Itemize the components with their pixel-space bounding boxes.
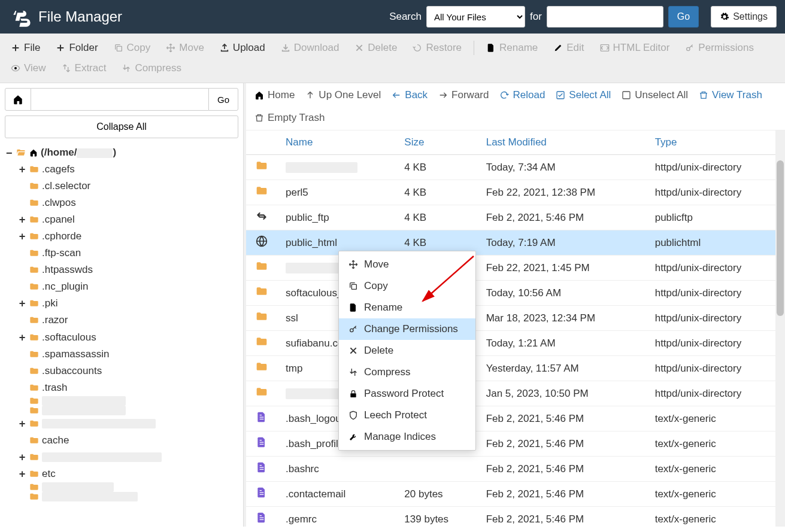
toolbar-plus-button[interactable]: File bbox=[4, 38, 47, 57]
context-menu-leech-protect[interactable]: Leech Protect bbox=[339, 405, 475, 426]
tree-item[interactable] bbox=[18, 406, 238, 415]
tree-item[interactable]: .razor bbox=[18, 312, 238, 329]
file-icon bbox=[254, 487, 269, 498]
scrollbar-thumb[interactable] bbox=[777, 160, 784, 316]
tree-item[interactable]: .clwpos bbox=[18, 194, 238, 211]
collapse-all-button[interactable]: Collapse All bbox=[5, 115, 238, 138]
tree-expand-icon[interactable]: + bbox=[18, 161, 26, 178]
forward-button[interactable]: Forward bbox=[438, 89, 489, 101]
table-row[interactable]: perl54 KBFeb 22, 2021, 12:38 PMhttpd/uni… bbox=[246, 180, 785, 205]
up-one-level-button[interactable]: Up One Level bbox=[305, 89, 381, 101]
context-menu-compress[interactable]: Compress bbox=[339, 361, 475, 383]
table-row[interactable]: Jan 5, 2023, 10:50 PMhttpd/unix-director… bbox=[246, 381, 785, 406]
context-menu-manage-indices[interactable]: Manage Indices bbox=[339, 426, 475, 448]
tree-expand-icon[interactable]: + bbox=[18, 329, 26, 346]
tree-item[interactable]: +.cpanel bbox=[18, 211, 238, 228]
tree-item[interactable]: + bbox=[18, 449, 238, 466]
context-menu-delete[interactable]: Delete bbox=[339, 340, 475, 361]
col-type[interactable]: Type bbox=[647, 130, 785, 155]
tree-root[interactable]: − (/home/) bbox=[5, 144, 238, 161]
context-menu-copy[interactable]: Copy bbox=[339, 275, 475, 297]
tree-expand-icon[interactable]: + bbox=[18, 228, 26, 245]
table-row[interactable]: .contactemail20 bytesFeb 2, 2021, 5:46 P… bbox=[246, 482, 785, 507]
tree-item[interactable]: .spamassassin bbox=[18, 346, 238, 363]
context-menu-rename[interactable]: Rename bbox=[339, 297, 475, 318]
tree-item[interactable]: +.cphorde bbox=[18, 228, 238, 245]
table-row[interactable]: .bash_profileFeb 2, 2021, 5:46 PMtext/x-… bbox=[246, 431, 785, 457]
arrow-right-icon bbox=[438, 90, 448, 100]
file-icon bbox=[254, 436, 269, 448]
path-bar: Go bbox=[5, 88, 238, 111]
context-menu-password-protect[interactable]: Password Protect bbox=[339, 383, 475, 405]
col-modified[interactable]: Last Modified bbox=[478, 130, 647, 155]
context-menu-change-permissions[interactable]: Change Permissions bbox=[339, 318, 475, 340]
table-row[interactable]: .bashrcFeb 2, 2021, 5:46 PMtext/x-generi… bbox=[246, 457, 785, 482]
table-row[interactable]: .gemrc139 bytesFeb 2, 2021, 5:46 PMtext/… bbox=[246, 507, 785, 527]
view-trash-button[interactable]: View Trash bbox=[699, 89, 762, 101]
col-icon[interactable] bbox=[246, 130, 277, 155]
table-row[interactable]: public_html4 KBToday, 7:19 AMpublichtml bbox=[246, 230, 785, 256]
reload-button[interactable]: Reload bbox=[499, 89, 545, 101]
select-all-button[interactable]: Select All bbox=[556, 89, 611, 101]
file-icon bbox=[254, 512, 269, 524]
toolbar-upload-button[interactable]: Upload bbox=[213, 38, 272, 57]
toolbar-plus-button[interactable]: Folder bbox=[49, 38, 105, 57]
tree-item[interactable]: .nc_plugin bbox=[18, 278, 238, 295]
path-input[interactable] bbox=[31, 88, 208, 111]
tree-expand-icon[interactable]: + bbox=[18, 211, 26, 228]
tree-expand-icon[interactable]: + bbox=[18, 449, 26, 466]
search-scope-select[interactable]: All Your Files bbox=[426, 6, 525, 28]
folder-icon bbox=[254, 285, 269, 297]
tree-item[interactable]: +.cagefs bbox=[18, 161, 238, 178]
tree-expand-icon[interactable]: + bbox=[18, 415, 26, 432]
scrollbar[interactable] bbox=[775, 130, 785, 527]
table-row[interactable]: sslMar 18, 2023, 12:34 PMhttpd/unix-dire… bbox=[246, 306, 785, 331]
table-row[interactable]: tmpYesterday, 11:57 AMhttpd/unix-directo… bbox=[246, 356, 785, 381]
empty-trash-button[interactable]: Empty Trash bbox=[254, 112, 325, 124]
tree-item[interactable]: + bbox=[18, 415, 238, 432]
folder-icon bbox=[29, 366, 40, 376]
table-row[interactable]: public_ftp4 KBFeb 2, 2021, 5:46 PMpublic… bbox=[246, 205, 785, 230]
table-row[interactable]: sufiabanu.coToday, 1:21 AMhttpd/unix-dir… bbox=[246, 331, 785, 356]
trash-icon bbox=[699, 90, 708, 100]
tree-expand-icon[interactable]: + bbox=[18, 466, 26, 482]
tree-item[interactable]: .htpasswds bbox=[18, 262, 238, 278]
tree-item[interactable] bbox=[18, 482, 238, 492]
tree-expand-icon[interactable]: + bbox=[18, 295, 26, 312]
tree-collapse-icon[interactable]: − bbox=[5, 144, 13, 161]
tree-item[interactable]: .trash bbox=[18, 379, 238, 396]
unselect-all-button[interactable]: Unselect All bbox=[622, 89, 688, 101]
settings-button[interactable]: Settings bbox=[711, 6, 777, 28]
search-go-button[interactable]: Go bbox=[668, 6, 699, 28]
table-row[interactable]: 4 KBToday, 7:34 AMhttpd/unix-directory bbox=[246, 155, 785, 180]
tree-item[interactable]: +.pki bbox=[18, 295, 238, 312]
back-button[interactable]: Back bbox=[392, 89, 428, 101]
main-toolbar: FileFolderCopyMoveUploadDownloadDeleteRe… bbox=[0, 34, 785, 83]
tree-item[interactable] bbox=[18, 396, 238, 406]
context-menu-move[interactable]: Move bbox=[339, 254, 475, 275]
tree-item[interactable]: cache bbox=[18, 432, 238, 449]
copy-icon bbox=[348, 281, 358, 291]
path-go-button[interactable]: Go bbox=[208, 88, 238, 111]
col-size[interactable]: Size bbox=[396, 130, 477, 155]
folder-icon bbox=[29, 265, 40, 275]
extract-icon bbox=[62, 63, 71, 73]
path-home-button[interactable] bbox=[5, 88, 31, 111]
search-input[interactable] bbox=[547, 6, 663, 28]
folder-tree: − (/home/) +.cagefs.cl.selector.clwpos+.… bbox=[5, 144, 238, 501]
cell-modified: Today, 7:34 AM bbox=[478, 155, 647, 180]
table-row[interactable]: softaculous_Today, 10:56 AMhttpd/unix-di… bbox=[246, 281, 785, 306]
home-button[interactable]: Home bbox=[254, 89, 295, 101]
tree-item[interactable]: .subaccounts bbox=[18, 363, 238, 379]
cell-type: httpd/unix-directory bbox=[647, 256, 785, 281]
home-icon bbox=[254, 90, 264, 100]
table-row[interactable]: Feb 22, 2021, 1:45 PMhttpd/unix-director… bbox=[246, 256, 785, 281]
tree-item[interactable] bbox=[18, 492, 238, 501]
tree-item[interactable]: +etc bbox=[18, 466, 238, 482]
col-name[interactable]: Name bbox=[277, 130, 396, 155]
tree-item[interactable]: +.softaculous bbox=[18, 329, 238, 346]
compress-icon bbox=[122, 63, 131, 73]
table-row[interactable]: .bash_logoutFeb 2, 2021, 5:46 PMtext/x-g… bbox=[246, 406, 785, 431]
tree-item[interactable]: .cl.selector bbox=[18, 178, 238, 194]
tree-item[interactable]: .ftp-scan bbox=[18, 245, 238, 262]
